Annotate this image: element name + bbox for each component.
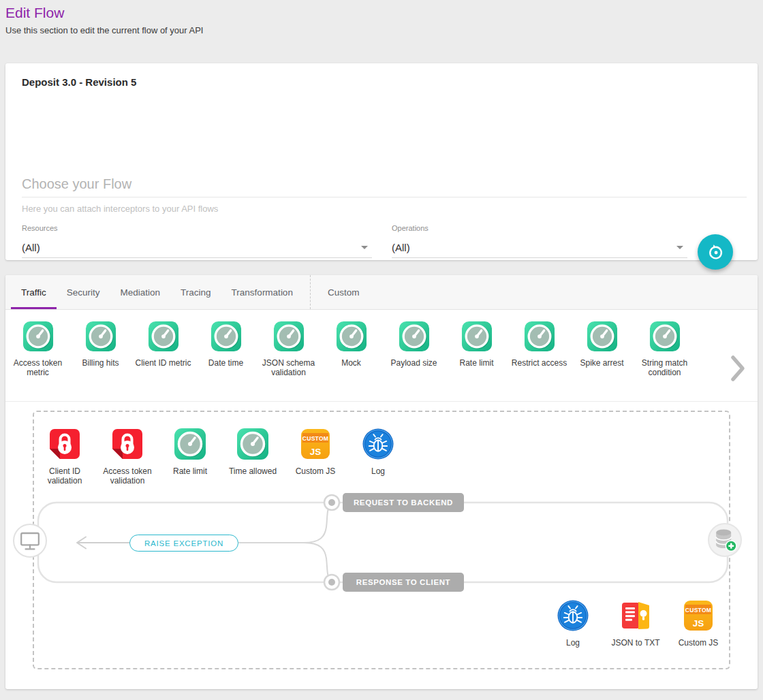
tab-tracing[interactable]: Tracing xyxy=(170,275,221,309)
bug-icon xyxy=(362,428,394,460)
gauge-icon xyxy=(211,321,242,352)
tab-mediation[interactable]: Mediation xyxy=(110,275,171,309)
palette-item-label: Rate limit xyxy=(459,358,493,368)
gauge-icon xyxy=(22,321,54,352)
lock-icon xyxy=(48,428,81,460)
palette-item-spike-arrest[interactable]: Spike arrest xyxy=(571,321,633,401)
palette-item-label: Spike arrest xyxy=(580,358,623,368)
api-revision-title: Deposit 3.0 - Revision 5 xyxy=(22,76,136,88)
interceptor-label: Log xyxy=(371,466,385,476)
gauge-icon xyxy=(85,321,116,352)
database-add-icon xyxy=(710,525,740,555)
request-connector-dot[interactable] xyxy=(324,495,339,510)
page-subtitle: Use this section to edit the current flo… xyxy=(5,25,763,35)
palette-item-payload-size[interactable]: Payload size xyxy=(383,321,445,401)
gauge-icon xyxy=(336,321,367,352)
custom-js-icon xyxy=(682,599,715,632)
flow-selection-card: Deposit 3.0 - Revision 5 Choose your Flo… xyxy=(5,63,758,260)
gauge-icon xyxy=(148,321,179,352)
flow-canvas: Client ID validation Access token valida… xyxy=(5,402,758,689)
restore-icon xyxy=(706,243,725,261)
palette-scroll-next-button[interactable] xyxy=(729,355,747,382)
response-connector-dot[interactable] xyxy=(324,575,339,590)
response-to-client-pill[interactable]: RESPONSE TO CLIENT xyxy=(343,573,464,592)
request-to-backend-pill[interactable]: REQUEST TO BACKEND xyxy=(343,493,464,512)
interceptor-label: Client ID validation xyxy=(34,466,95,486)
interceptor-panel-card: Traffic Security Mediation Tracing Trans… xyxy=(5,275,758,689)
palette-item-label: Restrict access xyxy=(512,358,567,368)
palette-item-mock[interactable]: Mock xyxy=(320,321,382,401)
request-interceptors-row: Client ID validation Access token valida… xyxy=(34,428,409,486)
interceptor-custom-js[interactable]: Custom JS xyxy=(285,428,346,486)
palette-item-billing-hits[interactable]: Billing hits xyxy=(69,321,131,401)
raise-exception-pill[interactable]: RAISE EXCEPTION xyxy=(129,535,238,552)
caret-down-icon xyxy=(676,246,683,249)
chevron-right-icon xyxy=(729,355,747,382)
interceptor-palette: Access token metric Billing hits Client … xyxy=(5,310,758,402)
gauge-icon xyxy=(273,321,305,352)
exception-arrow xyxy=(77,537,129,549)
palette-item-client-id-metric[interactable]: Client ID metric xyxy=(132,321,194,401)
palette-item-string-match-condition[interactable]: String match condition xyxy=(634,321,696,401)
palette-item-label: String match condition xyxy=(634,358,696,377)
interceptor-label: Access token validation xyxy=(97,466,158,486)
gauge-icon xyxy=(587,321,618,352)
tab-divider xyxy=(310,275,311,309)
tab-security[interactable]: Security xyxy=(57,275,110,309)
palette-item-label: Billing hits xyxy=(82,358,119,368)
monitor-icon xyxy=(15,526,45,556)
gauge-icon xyxy=(524,321,555,352)
operations-select[interactable]: (All) xyxy=(392,238,687,258)
palette-item-label: Date time xyxy=(208,358,243,368)
section-divider xyxy=(22,197,747,197)
gauge-icon xyxy=(399,321,430,352)
client-node xyxy=(13,524,47,558)
tab-custom[interactable]: Custom xyxy=(317,275,370,309)
palette-item-date-time[interactable]: Date time xyxy=(195,321,257,401)
resources-select-value: (All) xyxy=(22,242,40,253)
backend-node-add-button[interactable] xyxy=(708,523,742,557)
palette-item-label: Client ID metric xyxy=(135,358,191,368)
palette-item-label: Access token metric xyxy=(7,358,69,377)
interceptor-custom-js[interactable]: Custom JS xyxy=(668,599,729,648)
gauge-icon xyxy=(461,321,493,352)
exception-to-request-curve xyxy=(238,504,332,543)
reload-flow-button[interactable] xyxy=(698,234,733,270)
palette-item-label: Payload size xyxy=(390,358,437,368)
tab-traffic[interactable]: Traffic xyxy=(11,275,57,309)
operations-label: Operations xyxy=(392,224,687,232)
json-to-txt-icon xyxy=(619,599,652,632)
page-header: Edit Flow Use this section to edit the c… xyxy=(0,0,763,35)
caret-down-icon xyxy=(361,246,368,249)
resources-select[interactable]: (All) xyxy=(22,238,372,258)
palette-item-label: JSON schema validation xyxy=(258,358,320,377)
custom-js-icon xyxy=(299,428,332,460)
interceptor-log[interactable]: Log xyxy=(347,428,409,486)
interceptor-rate-limit[interactable]: Rate limit xyxy=(159,428,221,486)
gauge-icon xyxy=(236,428,269,460)
gauge-icon xyxy=(649,321,681,352)
bug-icon xyxy=(557,599,589,632)
operations-select-value: (All) xyxy=(392,242,410,253)
choose-flow-title: Choose your Flow xyxy=(22,176,131,192)
palette-item-access-token-metric[interactable]: Access token metric xyxy=(7,321,69,401)
interceptor-time-allowed[interactable]: Time allowed xyxy=(222,428,283,486)
tab-transformation[interactable]: Transformation xyxy=(221,275,303,309)
interceptor-label: Time allowed xyxy=(229,466,277,476)
interceptor-label: Log xyxy=(566,638,580,648)
interceptor-client-id-validation[interactable]: Client ID validation xyxy=(34,428,95,486)
palette-item-label: Mock xyxy=(341,358,361,368)
interceptor-label: Custom JS xyxy=(679,638,719,648)
interceptor-json-to-txt[interactable]: JSON to TXT xyxy=(605,599,666,648)
gauge-icon xyxy=(174,428,206,460)
lock-icon xyxy=(111,428,144,460)
interceptor-log[interactable]: Log xyxy=(542,599,604,648)
palette-item-rate-limit[interactable]: Rate limit xyxy=(446,321,508,401)
interceptor-tabs: Traffic Security Mediation Tracing Trans… xyxy=(5,275,758,310)
palette-item-restrict-access[interactable]: Restrict access xyxy=(508,321,570,401)
interceptor-label: Rate limit xyxy=(173,466,207,476)
interceptor-access-token-validation[interactable]: Access token validation xyxy=(97,428,158,486)
page-title: Edit Flow xyxy=(5,4,763,22)
response-interceptors-row: Log JSON to TXT Custom JS xyxy=(542,599,729,648)
palette-item-json-schema-validation[interactable]: JSON schema validation xyxy=(258,321,320,401)
